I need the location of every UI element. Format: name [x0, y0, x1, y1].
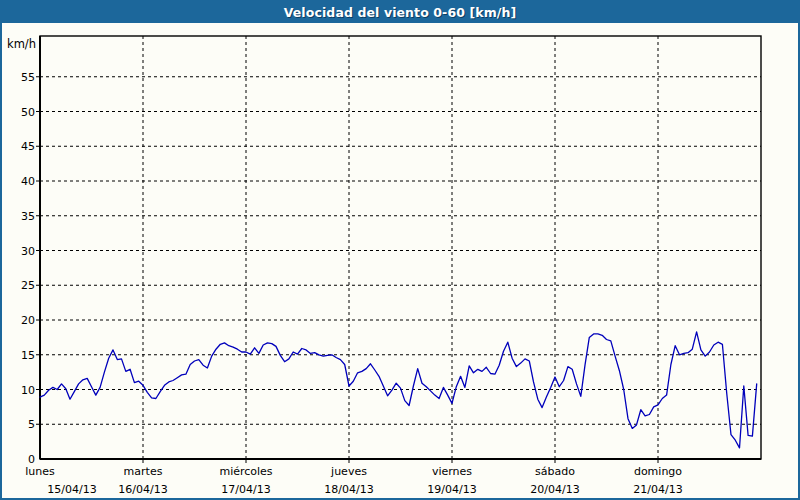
y-tick-label: 5	[28, 418, 35, 431]
x-day-label: domingo	[634, 465, 682, 478]
chart-window: Velocidad del viento 0-60 [km/h] 0510152…	[0, 0, 800, 500]
wind-speed-chart: 0510152025303540455055km/hlunes15/04/13m…	[0, 0, 800, 500]
wind-speed-line	[40, 332, 757, 448]
x-date-label: 21/04/13	[633, 483, 682, 496]
x-day-label: martes	[124, 465, 163, 478]
y-tick-label: 10	[21, 384, 35, 397]
x-date-label: 15/04/13	[47, 483, 96, 496]
x-day-label: miércoles	[219, 465, 272, 478]
y-tick-label: 15	[21, 349, 35, 362]
y-tick-label: 50	[21, 106, 35, 119]
y-tick-label: 25	[21, 279, 35, 292]
y-tick-label: 20	[21, 314, 35, 327]
y-tick-label: 40	[21, 175, 35, 188]
y-tick-label: 30	[21, 245, 35, 258]
chart-title: Velocidad del viento 0-60 [km/h]	[284, 5, 517, 20]
plot-border	[40, 36, 761, 459]
x-day-label: sábado	[535, 465, 575, 478]
x-date-label: 16/04/13	[118, 483, 167, 496]
x-day-label: viernes	[432, 465, 472, 478]
x-date-label: 18/04/13	[324, 483, 373, 496]
x-date-label: 20/04/13	[530, 483, 579, 496]
y-tick-label: 55	[21, 71, 35, 84]
y-tick-label: 45	[21, 140, 35, 153]
x-date-label: 17/04/13	[221, 483, 270, 496]
x-day-label: lunes	[25, 465, 55, 478]
y-axis-unit-label: km/h	[7, 37, 36, 51]
x-date-label: 19/04/13	[427, 483, 476, 496]
y-tick-label: 35	[21, 210, 35, 223]
chart-title-bar: Velocidad del viento 0-60 [km/h]	[2, 2, 798, 23]
x-day-label: jueves	[330, 465, 367, 478]
